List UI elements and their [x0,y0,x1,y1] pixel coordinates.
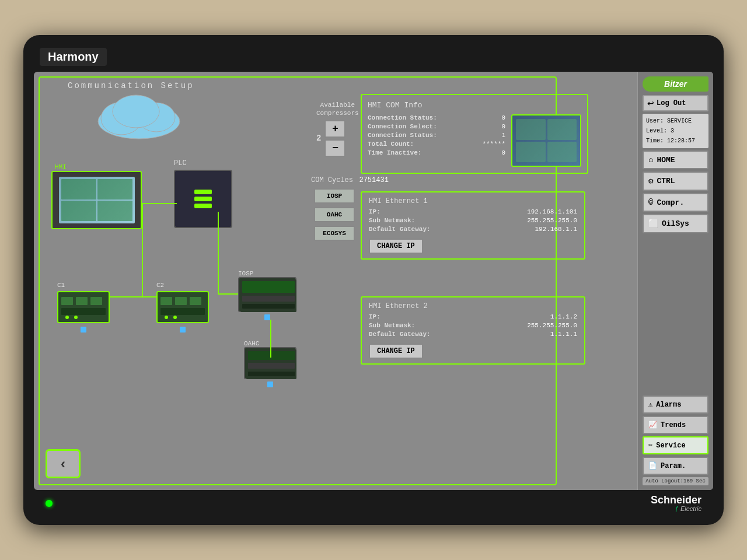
eth2-ip-row: IP: 1.1.1.2 [369,313,577,320]
schneider-logo: Schneider ƒ Electric [651,495,701,512]
hmi-screen-inner [59,177,135,223]
thumb-cell [516,142,546,163]
wire-hmi-plc [142,203,177,204]
eth1-panel: HMI Ethernet 1 IP: 192.168.1.101 Sub Net… [361,191,585,260]
compressors-row: C1 [57,282,209,332]
main-content: Communication Setup HMI [34,72,637,490]
service-icon: ✂ [648,441,652,450]
svg-rect-12 [160,297,172,305]
c2-device [156,291,209,323]
svg-rect-14 [190,297,201,305]
hmi-thumbnail [511,114,581,167]
hmi-com-info-list: Connection Status: 0 Connection Select: … [368,114,505,167]
oilsys-button[interactable]: ⬜ OilSys [643,214,708,233]
device-frame: Harmony Communication Setup [23,35,724,525]
iosp-button[interactable]: IOSP [314,188,355,204]
hmi-com-body: Connection Status: 0 Connection Select: … [368,114,581,167]
eth2-ip-value: 1.1.1.2 [550,313,577,320]
cloud-icon [86,89,191,142]
total-count-row: Total Count: ****** [368,141,505,148]
svg-rect-8 [61,308,106,315]
hmi-cell [97,201,132,221]
eth2-gateway-row: Default Gateway: 1.1.1.1 [369,331,577,338]
avail-comp-section: AvailableCompressors 2 + − [316,101,359,157]
oilsys-icon: ⬜ [648,219,658,229]
conn-status-row: Connection Status: 0 [368,114,505,121]
avail-comp-title: AvailableCompressors [316,101,359,118]
network-diagram: HMI PLC [40,89,308,428]
param-icon: 📄 [648,461,657,470]
eth2-subnet-value: 255.255.255.0 [527,322,577,329]
svg-rect-6 [76,297,88,305]
svg-point-16 [165,316,168,319]
plc-port [194,204,212,208]
svg-rect-13 [175,297,187,305]
wire-plc-iosp-v [218,212,219,293]
c2-connectors [180,327,186,332]
wire-iosp-oahc [270,320,271,358]
hmi-com-panel: HMI COM Info Connection Status: 0 Connec… [361,94,588,174]
eth1-subnet-label: Sub Netmask: [369,217,415,224]
ctrl-icon: ⚙ [648,176,653,186]
eth2-panel: HMI Ethernet 2 IP: 1.1.1.2 Sub Netmask: … [361,296,585,365]
iosp-conn [264,314,270,320]
plc-ports [194,190,212,208]
eth2-subnet-label: Sub Netmask: [369,322,415,329]
oahc-conn [267,382,273,387]
logout-label: Log Out [657,99,686,107]
iosp-device [238,277,296,312]
eth2-subnet-row: Sub Netmask: 255.255.255.0 [369,322,577,329]
right-sidebar: Bitzer ↩ Log Out User: SERVICE Level: 3 … [637,72,713,490]
hmi-cell [61,179,96,200]
trends-icon: 📈 [648,421,657,429]
sidebar-spacer [643,236,708,393]
logout-icon: ↩ [647,99,654,108]
ecosys-button[interactable]: ECOSYS [314,226,355,241]
minus-button[interactable]: − [324,139,345,157]
alarms-button[interactable]: ⚠ Alarms [643,396,708,414]
param-button[interactable]: 📄 Param. [643,457,708,475]
eth2-gateway-label: Default Gateway: [369,331,431,338]
ctrl-button[interactable]: ⚙ CTRL [643,172,708,191]
thumb-cell [547,142,577,163]
eth2-ip-label: IP: [369,313,381,320]
time-label: Time: [646,138,664,144]
logout-button[interactable]: ↩ Log Out [643,95,708,111]
comm-setup-title: Communication Setup [63,80,199,90]
compr-button[interactable]: © Compr. [643,193,708,212]
eth1-ip-label: IP: [369,208,381,215]
harmony-label: Harmony [40,48,107,66]
back-button[interactable]: ‹ [46,449,81,478]
trends-button[interactable]: 📈 Trends [643,416,708,434]
oahc-button[interactable]: OAHC [314,207,355,222]
svg-rect-15 [160,308,205,315]
user-info: User: SERVICE Level: 3 Time: 12:28:57 [643,114,708,148]
back-icon: ‹ [61,456,65,472]
svg-rect-5 [61,297,73,305]
electric-label: ƒ Electric [651,505,701,512]
conn-status2-row: Connection Status: 1 [368,132,505,139]
change-ip-1-button[interactable]: CHANGE IP [369,239,423,254]
user-label: User: [646,118,664,124]
user-value: SERVICE [667,118,692,124]
eth2-gateway-value: 1.1.1.1 [550,331,577,338]
hmi-thumb-inner [512,116,580,166]
svg-point-3 [113,95,159,128]
plus-button[interactable]: + [324,120,345,138]
eth1-ip-row: IP: 192.168.1.101 [369,208,577,215]
svg-rect-19 [242,281,295,293]
avail-comp-controls: 2 + − [316,120,359,157]
home-button[interactable]: ⌂ HOME [643,150,708,169]
level-value: 3 [671,128,674,134]
change-ip-2-button[interactable]: CHANGE IP [369,344,423,359]
c1-connectors [81,327,86,332]
screen-area: Communication Setup HMI [34,72,713,490]
top-bar: Harmony [34,46,713,72]
service-button[interactable]: ✂ Service [643,436,708,454]
device-bottom: Schneider ƒ Electric [34,490,713,514]
time-inactive-row: Time Inactive: 0 [368,149,505,156]
hmi-cell [97,179,132,200]
level-label: Level: [646,128,667,134]
compressor-c1: C1 [57,282,110,332]
plc-port [194,197,212,201]
